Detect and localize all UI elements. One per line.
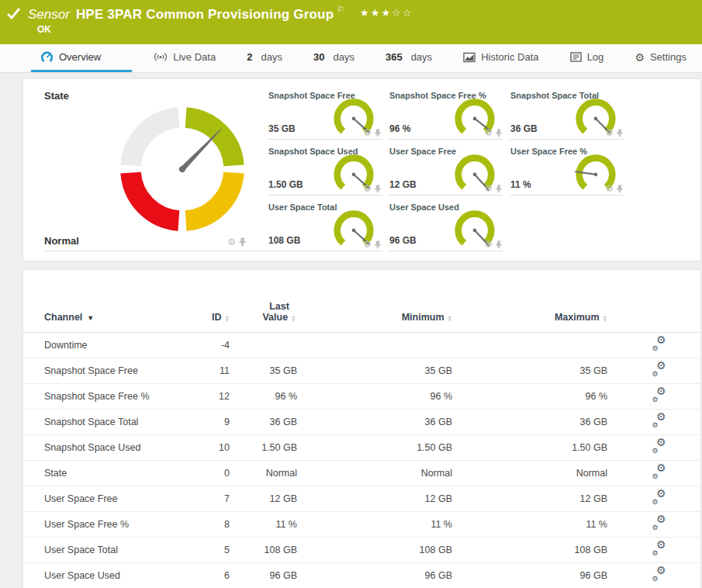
channel-settings-gears-icon[interactable]: ⚙⚙: [653, 338, 666, 350]
tab-30-days[interactable]: 30days: [304, 44, 364, 72]
pin-icon[interactable]: [374, 240, 381, 249]
priority-stars[interactable]: ★★★☆☆: [360, 7, 413, 19]
column-header-channel[interactable]: Channel▼: [23, 281, 188, 333]
gear-icon[interactable]: ⚙: [363, 184, 372, 193]
channel-gauge-tile[interactable]: User Space Free 12 GB ⚙: [389, 144, 503, 195]
cell-last-value: 12 GB: [234, 486, 308, 512]
gear-icon[interactable]: ⚙: [484, 240, 493, 249]
cell-last-value: 35 GB: [234, 358, 308, 384]
cell-channel[interactable]: User Space Total: [23, 538, 188, 563]
cell-channel[interactable]: User Space Free: [23, 486, 188, 512]
state-segment-warning: [186, 173, 234, 221]
content-area: State Normal ⚙ Snapshot Space Free: [0, 73, 702, 588]
gauge-icon: [40, 51, 54, 63]
channel-settings-gears-icon[interactable]: ⚙⚙: [653, 492, 666, 503]
tab-historic-data[interactable]: Historic Data: [454, 44, 548, 72]
tab-365-days[interactable]: 365days: [376, 44, 441, 72]
tab-bar: Overview Live Data 2days 30days 365days …: [0, 44, 702, 73]
channel-settings-gears-icon[interactable]: ⚙⚙: [653, 441, 666, 452]
cell-channel[interactable]: State: [23, 461, 188, 486]
channel-settings-gears-icon[interactable]: ⚙⚙: [653, 364, 666, 375]
cell-channel[interactable]: Snapshot Space Total: [23, 410, 188, 435]
pin-icon[interactable]: [495, 185, 502, 193]
gear-icon[interactable]: ⚙: [605, 184, 614, 193]
cell-channel[interactable]: Snapshot Space Free: [23, 358, 188, 384]
cell-last-value: [234, 333, 308, 358]
cell-maximum: 1.50 GB: [463, 435, 618, 461]
channel-settings-gears-icon[interactable]: ⚙⚙: [653, 389, 666, 401]
channel-gauge-tile[interactable]: Snapshot Space Free 35 GB ⚙: [268, 88, 382, 140]
cell-maximum: 96 GB: [463, 563, 618, 588]
table-row[interactable]: State 0 Normal Normal Normal ⚙⚙: [23, 461, 700, 486]
tab-2-days[interactable]: 2days: [237, 44, 292, 72]
gauge-value: 36 GB: [510, 123, 538, 134]
channel-gauge-tile[interactable]: User Space Used 96 GB ⚙: [389, 200, 503, 251]
cell-minimum: 35 GB: [308, 358, 463, 384]
column-header-maximum[interactable]: Maximum▲▼: [463, 281, 618, 333]
pin-icon[interactable]: [374, 129, 381, 137]
table-row[interactable]: User Space Total 5 108 GB 108 GB 108 GB …: [23, 538, 700, 563]
live-data-icon: [154, 52, 168, 62]
cell-channel[interactable]: Downtime: [23, 333, 188, 358]
cell-minimum: 1.50 GB: [308, 435, 463, 461]
status-ok-check-icon: [7, 8, 21, 22]
cell-minimum: 108 GB: [308, 538, 463, 563]
flag-icon[interactable]: ⚐: [337, 5, 344, 15]
pin-icon[interactable]: [238, 237, 246, 247]
pin-icon[interactable]: [495, 129, 502, 137]
table-row[interactable]: User Space Used 6 96 GB 96 GB 96 GB ⚙⚙: [23, 563, 700, 588]
channel-gauge-tile[interactable]: Snapshot Space Total 36 GB ⚙: [510, 88, 624, 140]
pin-icon[interactable]: [374, 185, 381, 193]
channel-gauge-tile[interactable]: User Space Total 108 GB ⚙: [268, 200, 382, 251]
sort-caret-icon: ▼: [87, 314, 94, 322]
channel-gauge-tile[interactable]: Snapshot Space Free % 96 % ⚙: [389, 88, 503, 140]
column-header-id[interactable]: ID▲▼: [188, 281, 234, 333]
column-header-last-value[interactable]: Last Value▲▼: [234, 281, 308, 333]
gear-icon[interactable]: ⚙: [363, 240, 372, 249]
channel-gauge-tile[interactable]: Snapshot Space Used 1.50 GB ⚙: [268, 144, 382, 195]
table-row[interactable]: User Space Free 7 12 GB 12 GB 12 GB ⚙⚙: [23, 486, 700, 512]
cell-last-value: 108 GB: [234, 538, 308, 563]
tab-live-data[interactable]: Live Data: [144, 44, 225, 72]
gauge-value: 96 %: [389, 123, 410, 134]
tab-settings[interactable]: ⚙ Settings: [625, 44, 696, 72]
cell-channel[interactable]: User Space Used: [23, 563, 188, 588]
channel-settings-gears-icon[interactable]: ⚙⚙: [653, 466, 666, 478]
gear-icon[interactable]: ⚙: [363, 128, 372, 137]
channel-gauge-tile[interactable]: User Space Free % 11 % ⚙: [510, 144, 624, 195]
state-gauge-panel[interactable]: State Normal ⚙: [44, 88, 268, 251]
channel-settings-gears-icon[interactable]: ⚙⚙: [653, 569, 666, 580]
table-row[interactable]: Snapshot Space Free % 12 96 % 96 % 96 % …: [23, 384, 700, 410]
cell-channel[interactable]: Snapshot Space Used: [23, 435, 188, 461]
gear-icon[interactable]: ⚙: [227, 237, 236, 247]
sensor-header: Sensor HPE 3PAR Common Provisioning Grou…: [0, 0, 702, 44]
gear-icon[interactable]: ⚙: [484, 184, 493, 193]
gear-icon[interactable]: ⚙: [605, 128, 614, 137]
cell-maximum: 11 %: [463, 512, 618, 538]
pin-icon[interactable]: [616, 129, 623, 137]
pin-icon[interactable]: [616, 185, 623, 193]
table-row[interactable]: Downtime -4 ⚙⚙: [23, 333, 700, 358]
cell-minimum: 96 GB: [308, 563, 463, 588]
channels-table-body: Downtime -4 ⚙⚙ Snapshot Space Free 11 35…: [23, 333, 700, 588]
tab-overview[interactable]: Overview: [31, 44, 132, 72]
tab-log[interactable]: Log: [561, 44, 614, 72]
pin-icon[interactable]: [495, 240, 502, 249]
table-row[interactable]: Snapshot Space Total 9 36 GB 36 GB 36 GB…: [23, 410, 700, 435]
cell-channel[interactable]: User Space Free %: [23, 512, 188, 538]
cell-minimum: [308, 333, 463, 358]
cell-id: 7: [188, 486, 234, 512]
column-header-minimum[interactable]: Minimum▲▼: [308, 281, 463, 333]
cell-id: 9: [188, 410, 234, 435]
channel-settings-gears-icon[interactable]: ⚙⚙: [653, 543, 666, 555]
channel-settings-gears-icon[interactable]: ⚙⚙: [653, 517, 666, 529]
gauge-value: 96 GB: [389, 235, 417, 246]
table-row[interactable]: Snapshot Space Used 10 1.50 GB 1.50 GB 1…: [23, 435, 700, 461]
gauge-value: 1.50 GB: [268, 179, 303, 190]
gear-icon[interactable]: ⚙: [484, 128, 493, 137]
cell-channel[interactable]: Snapshot Space Free %: [23, 384, 188, 410]
table-row[interactable]: User Space Free % 8 11 % 11 % 11 % ⚙⚙: [23, 512, 700, 538]
channel-settings-gears-icon[interactable]: ⚙⚙: [653, 415, 666, 427]
table-row[interactable]: Snapshot Space Free 11 35 GB 35 GB 35 GB…: [23, 358, 700, 384]
state-gauge-value: Normal: [44, 235, 79, 247]
